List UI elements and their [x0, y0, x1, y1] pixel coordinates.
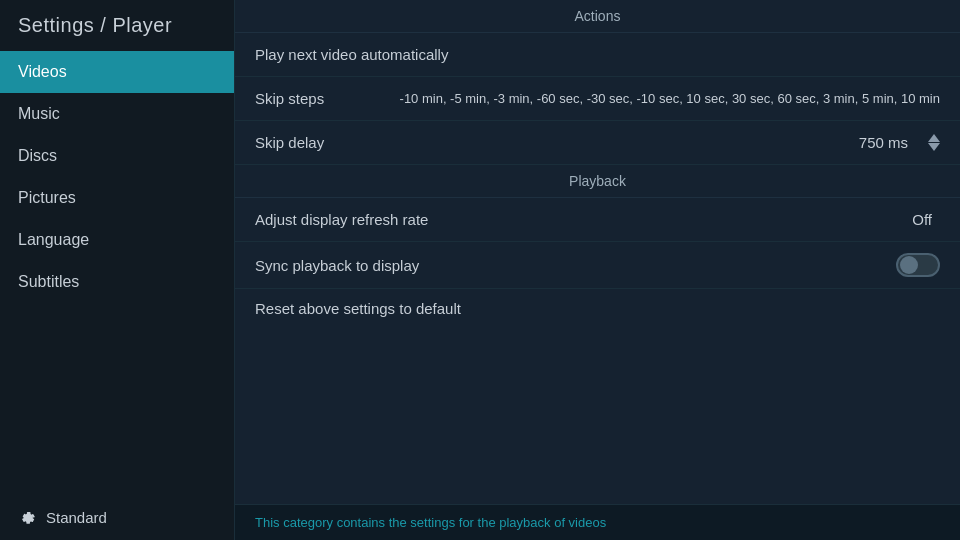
- playback-section-header: Playback: [235, 165, 960, 198]
- play-next-video-row[interactable]: Play next video automatically: [235, 33, 960, 77]
- skip-steps-label: Skip steps: [255, 90, 400, 107]
- sync-playback-label: Sync playback to display: [255, 257, 896, 274]
- sync-playback-row[interactable]: Sync playback to display: [235, 242, 960, 289]
- sync-playback-toggle[interactable]: [896, 253, 940, 277]
- skip-steps-row[interactable]: Skip steps -10 min, -5 min, -3 min, -60 …: [235, 77, 960, 121]
- reset-label: Reset above settings to default: [255, 300, 461, 317]
- skip-delay-label: Skip delay: [255, 134, 859, 151]
- reset-row[interactable]: Reset above settings to default: [235, 289, 960, 328]
- sidebar-nav: Videos Music Discs Pictures Language Sub…: [0, 51, 235, 494]
- sidebar-item-music[interactable]: Music: [0, 93, 235, 135]
- skip-steps-value: -10 min, -5 min, -3 min, -60 sec, -30 se…: [400, 91, 940, 106]
- status-bar: This category contains the settings for …: [235, 504, 960, 540]
- adjust-display-label: Adjust display refresh rate: [255, 211, 912, 228]
- gear-icon: [18, 508, 36, 526]
- sidebar: Settings / Player Videos Music Discs Pic…: [0, 0, 235, 540]
- sidebar-footer[interactable]: Standard: [0, 494, 235, 540]
- adjust-display-row[interactable]: Adjust display refresh rate Off: [235, 198, 960, 242]
- skip-delay-control: 750 ms: [859, 134, 940, 151]
- sidebar-item-videos[interactable]: Videos: [0, 51, 235, 93]
- chevron-down-icon[interactable]: [928, 143, 940, 151]
- page-title: Settings / Player: [0, 0, 235, 51]
- chevron-up-icon[interactable]: [928, 134, 940, 142]
- status-text: This category contains the settings for …: [255, 515, 606, 530]
- settings-level-label: Standard: [46, 509, 107, 526]
- sidebar-item-discs[interactable]: Discs: [0, 135, 235, 177]
- settings-content: Actions Play next video automatically Sk…: [235, 0, 960, 504]
- skip-delay-value: 750 ms: [859, 134, 908, 151]
- play-next-video-label: Play next video automatically: [255, 46, 940, 63]
- actions-section-header: Actions: [235, 0, 960, 33]
- skip-delay-row[interactable]: Skip delay 750 ms: [235, 121, 960, 165]
- sidebar-item-subtitles[interactable]: Subtitles: [0, 261, 235, 303]
- sidebar-item-pictures[interactable]: Pictures: [0, 177, 235, 219]
- adjust-display-value: Off: [912, 211, 932, 228]
- sidebar-item-language[interactable]: Language: [0, 219, 235, 261]
- skip-delay-stepper[interactable]: [928, 134, 940, 151]
- main-content: Actions Play next video automatically Sk…: [235, 0, 960, 540]
